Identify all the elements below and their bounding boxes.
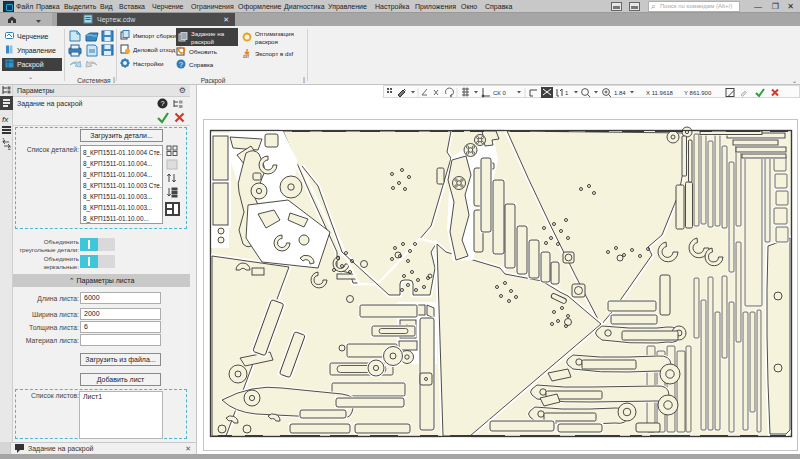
svg-text:fx: fx <box>2 115 9 124</box>
svg-text:?: ? <box>160 99 164 108</box>
svg-text:?: ? <box>179 61 183 68</box>
svg-text:СК 0: СК 0 <box>493 90 506 96</box>
svg-text:1.84: 1.84 <box>614 90 626 96</box>
svg-text:1: 1 <box>2 137 5 143</box>
svg-text:2: 2 <box>8 145 11 151</box>
svg-text:1: 1 <box>565 90 569 96</box>
svg-text:Y 861.900: Y 861.900 <box>684 90 712 96</box>
svg-text:X 11.9618: X 11.9618 <box>646 90 674 96</box>
svg-text:dxf: dxf <box>243 54 250 58</box>
